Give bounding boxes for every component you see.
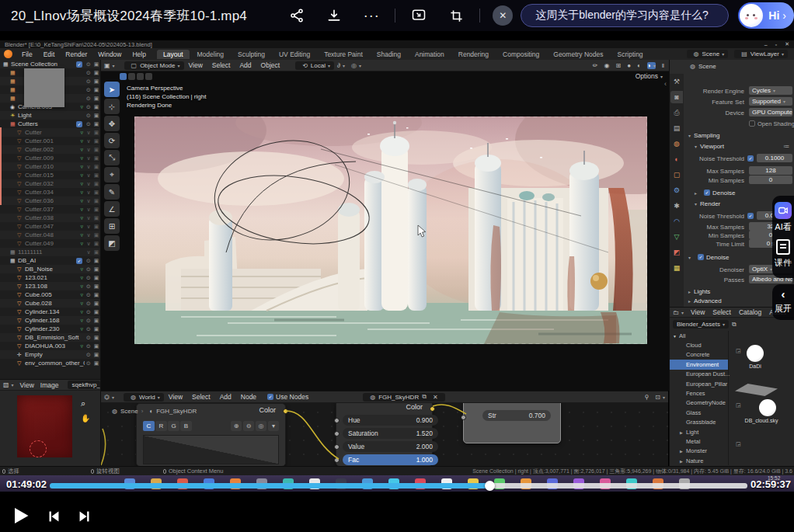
asset-preview-sphere[interactable] — [759, 399, 776, 416]
properties-tab-icon[interactable]: ⎙ — [670, 106, 683, 119]
outliner-row[interactable]: 123.108 ▿ — [0, 282, 100, 290]
menu-item[interactable]: Node — [236, 393, 261, 401]
workspace-tab[interactable]: Layout — [157, 50, 190, 59]
outliner-row[interactable]: Cube.028 ▿ — [0, 299, 100, 308]
outliner-row[interactable]: Cylinder.230 ▿ — [0, 325, 100, 333]
properties-tab-icon[interactable]: ◠ — [670, 215, 683, 228]
workspace-tab[interactable]: Sculpting — [232, 50, 271, 59]
node-value-row[interactable]: Value2.000 — [343, 441, 438, 452]
asset-preview-plane[interactable] — [735, 384, 778, 396]
catalog-item[interactable]: European Dust... — [670, 370, 728, 379]
eye-toggle-icon[interactable] — [85, 224, 92, 230]
eye-toggle-icon[interactable] — [85, 87, 92, 93]
minimize-icon[interactable] — [764, 42, 768, 47]
camera-toggle-icon[interactable] — [92, 292, 100, 298]
render-engine-value[interactable]: Cycles — [749, 86, 792, 95]
maximize-icon[interactable] — [775, 42, 777, 47]
assistant-entry-button[interactable]: Hi › — [738, 2, 794, 29]
chevron-left-icon[interactable]: ‹ — [782, 287, 785, 301]
copy-icon[interactable]: ⧉ — [422, 393, 427, 401]
scale-tool-icon[interactable]: ⤡ — [104, 150, 120, 165]
use-nodes-checkbox[interactable] — [267, 394, 273, 400]
sampling-section[interactable]: Sampling — [688, 132, 719, 139]
outliner-row[interactable]: DB_AI ▿ — [0, 256, 100, 265]
collection-checkbox[interactable] — [76, 61, 82, 68]
select-mode-icon[interactable] — [128, 73, 135, 80]
menu-item[interactable]: Render — [60, 50, 92, 58]
progress-bar[interactable] — [50, 483, 747, 489]
measure-tool-icon[interactable]: ∠ — [104, 201, 120, 217]
outliner-row[interactable]: 123.021 ▿ — [0, 273, 100, 282]
shading-material-icon[interactable]: ◐ — [637, 62, 641, 69]
menu-item[interactable]: Add — [235, 61, 256, 69]
eye-toggle-icon[interactable] — [85, 309, 92, 315]
eye-toggle-icon[interactable] — [85, 275, 92, 281]
outliner-row[interactable]: Cutter.049 ▿ — [0, 239, 100, 248]
vp-min-value[interactable]: 0 — [749, 176, 792, 184]
camera-toggle-icon[interactable] — [92, 301, 100, 307]
hue-saturation-node[interactable]: Color Hue0.900 Saturation1.520 Value2.00… — [336, 400, 433, 466]
select-tool-icon[interactable]: ➤ — [104, 82, 120, 97]
menu-item[interactable]: Image — [37, 381, 62, 389]
outliner-row[interactable]: DB_Noise ▿ — [0, 265, 100, 273]
eye-toggle-icon[interactable] — [85, 138, 92, 144]
catalog-item[interactable]: Nature — [670, 456, 728, 465]
asset-editor-icon[interactable]: 🗀 — [673, 309, 684, 316]
lights-section[interactable]: Lights — [688, 288, 710, 295]
move-tool-icon[interactable]: ✥ — [104, 116, 120, 131]
assistant-close-button[interactable]: ✕ — [493, 5, 513, 26]
channel-tab[interactable]: C — [143, 421, 155, 431]
select-mode-icon[interactable] — [120, 73, 127, 80]
curve-widget[interactable] — [143, 435, 279, 464]
viewlayer-selector[interactable]: ▤ViewLayer — [734, 50, 788, 58]
shear-tool-icon[interactable]: ◩ — [104, 235, 120, 251]
proportional-edit-icon[interactable]: ◎ — [351, 62, 361, 69]
color-input-socket[interactable] — [461, 415, 466, 420]
outliner-row[interactable]: DB_Emmision_Soft ▿ — [0, 333, 100, 342]
outliner-row[interactable]: DIAOHUA.003 ▿ — [0, 342, 100, 350]
next-episode-button[interactable] — [76, 508, 93, 528]
camera-toggle-icon[interactable] — [92, 121, 100, 127]
channel-tab[interactable]: B — [180, 421, 192, 431]
menu-item[interactable]: View — [164, 393, 187, 401]
camera-toggle-icon[interactable] — [92, 70, 100, 76]
eye-toggle-icon[interactable] — [85, 172, 92, 179]
camera-toggle-icon[interactable] — [92, 343, 100, 349]
rd-denoise-checkbox[interactable] — [698, 254, 704, 260]
courseware-button[interactable] — [776, 239, 790, 255]
camera-toggle-icon[interactable] — [92, 249, 100, 256]
eye-toggle-icon[interactable] — [85, 70, 92, 76]
collection-checkbox[interactable] — [76, 258, 82, 264]
window-close-icon[interactable] — [785, 41, 789, 47]
menu-item[interactable]: Select — [709, 308, 735, 316]
share-button[interactable] — [287, 6, 306, 25]
catalog-item[interactable]: European_Pillar — [670, 379, 728, 388]
eye-toggle-icon[interactable] — [85, 155, 92, 162]
viewport-editor-icon[interactable]: ▣ — [104, 62, 115, 69]
camera-toggle-icon[interactable] — [92, 190, 100, 196]
eye-toggle-icon[interactable] — [85, 266, 92, 273]
eye-toggle-icon[interactable] — [85, 258, 92, 264]
shader-editor-icon[interactable]: ⏣ — [104, 394, 114, 401]
eye-toggle-icon[interactable] — [85, 61, 92, 68]
cursor-tool-icon[interactable]: ⊹ — [104, 99, 120, 114]
eye-toggle-icon[interactable] — [85, 292, 92, 298]
zoom-out-icon[interactable]: ⊖ — [243, 421, 254, 431]
eye-toggle-icon[interactable] — [85, 232, 92, 238]
eye-toggle-icon[interactable] — [85, 130, 92, 136]
outliner-row[interactable]: Cutter.048 ▿ — [0, 231, 100, 239]
camera-toggle-icon[interactable] — [92, 258, 100, 264]
properties-tab-icon[interactable]: ◩ — [670, 246, 683, 259]
eye-toggle-icon[interactable] — [85, 249, 92, 256]
eye-toggle-icon[interactable] — [85, 78, 92, 85]
annotate-dropdown-icon[interactable]: ✏ — [593, 62, 598, 69]
camera-toggle-icon[interactable] — [92, 164, 100, 170]
image-name-field[interactable]: sqekfhvp_2K — [68, 381, 100, 389]
outliner-row[interactable]: Cutter.037 ▿ — [0, 205, 100, 214]
catalog-item[interactable]: Environment — [670, 360, 728, 369]
visibility-icon[interactable]: ◉ — [604, 62, 609, 69]
outliner-row[interactable]: Cutter.002 ▿ — [0, 145, 100, 154]
asset-preview-sphere[interactable] — [747, 345, 764, 362]
camera-toggle-icon[interactable] — [92, 232, 100, 238]
screenshot-button[interactable] — [409, 6, 428, 25]
